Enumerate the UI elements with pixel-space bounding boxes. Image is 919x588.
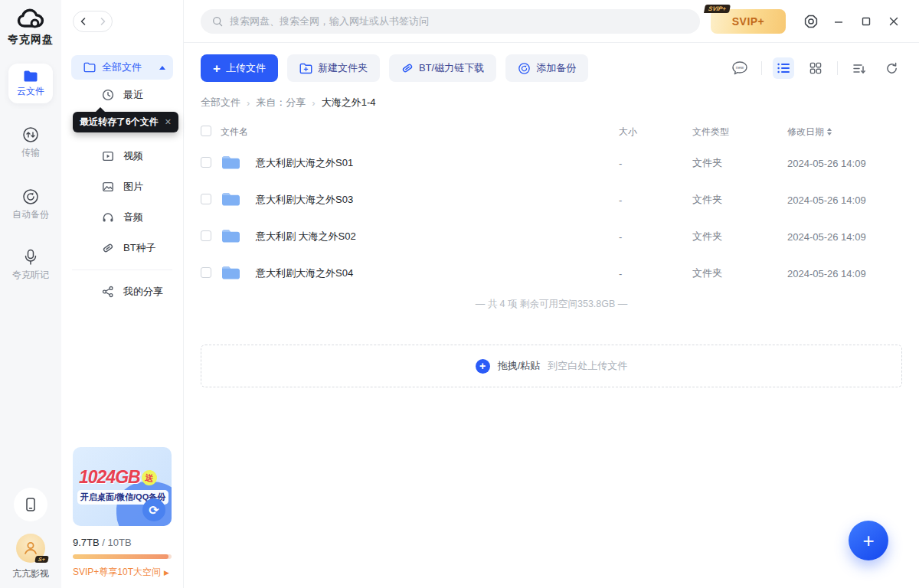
gear-icon [803, 14, 819, 29]
user-account[interactable]: S+ 亢亢影视 [12, 534, 49, 580]
upload-file-button[interactable]: + 上传文件 [201, 54, 278, 82]
sidebar-item-pictures[interactable]: 图片 [61, 172, 183, 202]
history-nav [73, 11, 113, 32]
list-view-button[interactable] [773, 57, 794, 79]
left-rail: 夸克网盘 云文件 传输 自动备份 夸克听记 S+ 亢亢影视 [0, 0, 61, 588]
picture-icon [102, 181, 114, 193]
rail-item-quark-listen[interactable]: 夸克听记 [12, 249, 49, 282]
promo-headline: 1024GB [79, 467, 140, 488]
storage-used: 9.7TB [73, 537, 100, 548]
new-folder-button[interactable]: 新建文件夹 [287, 54, 380, 82]
search-bar[interactable] [201, 9, 700, 34]
sidebar-item-all-files[interactable]: 全部文件 [71, 55, 173, 80]
table-row[interactable]: 意大利剧 大海之外S02 - 文件夹 2024-05-26 14:09 [201, 218, 902, 255]
row-checkbox-cell [201, 267, 221, 280]
header-size: 大小 [619, 126, 692, 139]
settings-button[interactable] [801, 11, 821, 31]
mobile-app-button[interactable] [14, 488, 47, 521]
bt-magnet-download-button[interactable]: BT/磁力链下载 [389, 54, 496, 82]
sidebar-item-bt-seeds[interactable]: BT种子 [61, 233, 183, 263]
file-size: - [619, 194, 692, 206]
add-backup-button[interactable]: 添加备份 [505, 54, 588, 82]
file-type: 文件夹 [692, 156, 787, 170]
table-row[interactable]: 意大利剧大海之外S03 - 文件夹 2024-05-26 14:09 [201, 181, 902, 218]
chevron-right-icon: ▶ [164, 569, 169, 577]
row-checkbox[interactable] [201, 157, 211, 168]
sidebar-item-audio[interactable]: 音频 [61, 202, 183, 233]
cloud-logo-icon [17, 8, 44, 31]
search-input[interactable] [230, 15, 689, 27]
minimize-icon [833, 16, 844, 27]
svip-button[interactable]: SVIP+ SVIP+ [711, 9, 786, 34]
breadcrumb: 全部文件 › 来自：分享 › 大海之外1-4 [184, 93, 919, 119]
close-button[interactable] [884, 11, 904, 31]
transfer-icon [22, 126, 39, 143]
person-icon [22, 540, 39, 557]
table-row[interactable]: 意大利剧大海之外S04 - 文件夹 2024-05-26 14:09 [201, 255, 902, 292]
dropzone-action-text: 拖拽/粘贴 [498, 359, 541, 373]
chat-new-icon: new [731, 60, 748, 76]
header-date-sort[interactable]: 修改日期 [787, 126, 902, 139]
avatar[interactable]: S+ [16, 534, 45, 563]
file-size: - [619, 231, 692, 243]
table-header: 文件名 大小 文件类型 修改日期 [201, 119, 902, 145]
minimize-button[interactable] [829, 11, 849, 31]
sidebar-item-my-shares[interactable]: 我的分享 [61, 276, 183, 307]
breadcrumb-item-current: 大海之外1-4 [322, 96, 376, 109]
back-button[interactable] [78, 16, 89, 27]
row-checkbox[interactable] [201, 230, 211, 241]
header-checkbox-cell [201, 126, 221, 139]
file-name: 意大利剧大海之外S04 [256, 266, 619, 280]
sort-button[interactable] [849, 57, 870, 79]
rail-item-label: 云文件 [17, 85, 44, 98]
close-icon[interactable]: ✕ [165, 117, 172, 127]
forward-button[interactable] [97, 16, 108, 27]
sidebar-item-label: 视频 [123, 149, 143, 163]
breadcrumb-item[interactable]: 全部文件 [201, 96, 240, 109]
breadcrumb-item[interactable]: 来自：分享 [256, 96, 306, 109]
maximize-button[interactable] [856, 11, 876, 31]
select-all-checkbox[interactable] [201, 126, 211, 136]
floating-add-button[interactable]: + [849, 521, 888, 560]
upload-dropzone[interactable]: + 拖拽/粘贴 到空白处上传文件 [201, 345, 902, 387]
backup-promo-banner[interactable]: 1024GB 送 开启桌面/微信/QQ备份 ⟳ [73, 447, 172, 526]
sidebar-item-recent[interactable]: 最近 [61, 80, 183, 110]
rail-item-cloud-files[interactable]: 云文件 [8, 64, 53, 103]
file-size: - [619, 268, 692, 279]
sidebar-item-label: 我的分享 [123, 285, 163, 299]
feedback-chat-button[interactable]: new [729, 57, 751, 79]
refresh-button[interactable] [881, 57, 902, 79]
rail-item-label: 传输 [21, 146, 40, 159]
svip-level-badge: S+ [34, 556, 48, 563]
svip-upsell-link[interactable]: SVIP+尊享10T大空间 ▶ [73, 566, 172, 579]
link-icon [102, 242, 114, 254]
folder-icon [221, 190, 241, 207]
backup-icon [518, 62, 531, 75]
storage-progress-track [73, 554, 172, 559]
plus-circle-icon: + [476, 359, 490, 374]
grid-view-button[interactable] [805, 57, 826, 79]
header-name: 文件名 [221, 126, 619, 139]
sidebar-item-videos[interactable]: 视频 [61, 141, 183, 172]
row-checkbox-cell [201, 230, 221, 243]
file-name: 意大利剧大海之外S01 [256, 156, 619, 170]
row-checkbox-cell [201, 157, 221, 170]
bt-download-label: BT/磁力链下载 [419, 61, 484, 75]
rail-item-auto-backup[interactable]: 自动备份 [12, 188, 49, 221]
storage-total: 10TB [108, 537, 132, 548]
file-name: 意大利剧大海之外S03 [256, 193, 619, 207]
row-icon-cell [221, 263, 256, 283]
row-checkbox[interactable] [201, 267, 211, 278]
sidebar-item-label: 全部文件 [102, 60, 153, 74]
collapse-caret-icon[interactable] [159, 66, 165, 70]
storage-section: 9.7TB / 10TB SVIP+尊享10T大空间 ▶ [73, 537, 172, 588]
file-size: - [619, 158, 692, 169]
table-row[interactable]: 意大利剧大海之外S01 - 文件夹 2024-05-26 14:09 [201, 145, 902, 181]
refresh-icon [885, 62, 898, 75]
gift-badge: 送 [140, 469, 158, 486]
row-checkbox[interactable] [201, 194, 211, 204]
sidebar-item-label: 音频 [123, 211, 143, 224]
rail-item-transfer[interactable]: 传输 [21, 126, 40, 159]
row-icon-cell [221, 153, 256, 173]
rail-item-label: 自动备份 [12, 208, 49, 221]
